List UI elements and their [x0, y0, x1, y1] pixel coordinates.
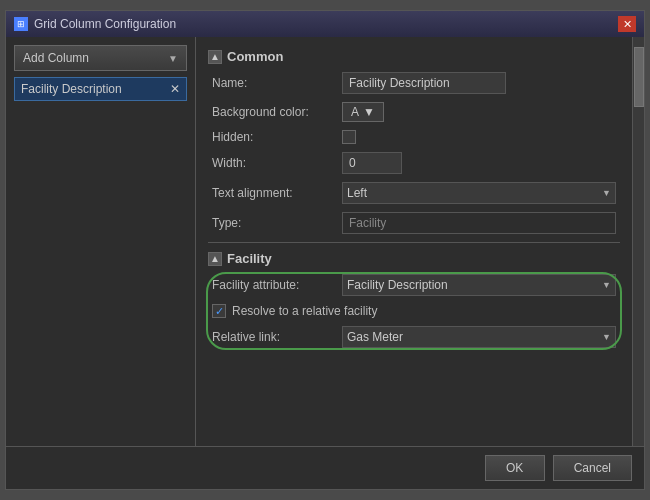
text-align-select[interactable]: Left Center Right [342, 182, 616, 204]
section-divider [208, 242, 620, 243]
type-label: Type: [212, 216, 342, 230]
add-column-label: Add Column [23, 51, 89, 65]
facility-section-header: ▲ Facility [208, 251, 620, 266]
name-label: Name: [212, 76, 342, 90]
facility-section-title: Facility [227, 251, 272, 266]
type-input [342, 212, 616, 234]
bg-color-row: Background color: A ▼ [208, 102, 620, 122]
name-input[interactable] [342, 72, 506, 94]
right-panel: ▲ Common Name: Background color: A [196, 37, 632, 446]
color-dropdown-icon: ▼ [363, 105, 375, 119]
hidden-checkbox[interactable] [342, 130, 356, 144]
resolve-label: Resolve to a relative facility [232, 304, 377, 318]
relative-link-select[interactable]: Gas Meter [342, 326, 616, 348]
hidden-checkbox-container [342, 130, 616, 144]
column-item-name: Facility Description [21, 82, 122, 96]
resolve-row: ✓ Resolve to a relative facility [208, 304, 620, 318]
type-row: Type: [208, 212, 620, 234]
width-row: Width: [208, 152, 620, 174]
dropdown-arrow-icon: ▼ [168, 53, 178, 64]
relative-link-row: Relative link: Gas Meter [208, 326, 620, 348]
left-panel: Add Column ▼ Facility Description ✕ [6, 37, 196, 446]
scrollbar[interactable] [632, 37, 644, 446]
name-row: Name: [208, 72, 620, 94]
bg-color-label: Background color: [212, 105, 342, 119]
close-button[interactable]: ✕ [618, 16, 636, 32]
common-section-header: ▲ Common [208, 49, 620, 64]
bg-color-button[interactable]: A ▼ [342, 102, 384, 122]
type-value-container [342, 212, 616, 234]
resolve-checkbox[interactable]: ✓ [212, 304, 226, 318]
window-body: Add Column ▼ Facility Description ✕ ▲ Co… [6, 37, 644, 446]
facility-attribute-label: Facility attribute: [212, 278, 342, 292]
bg-color-value: A ▼ [342, 102, 616, 122]
text-align-label: Text alignment: [212, 186, 342, 200]
width-input[interactable] [342, 152, 402, 174]
window-title: Grid Column Configuration [34, 17, 612, 31]
column-item-close-button[interactable]: ✕ [170, 82, 180, 96]
common-collapse-button[interactable]: ▲ [208, 50, 222, 64]
checkmark-icon: ✓ [215, 305, 224, 318]
title-bar: ⊞ Grid Column Configuration ✕ [6, 11, 644, 37]
footer: OK Cancel [6, 446, 644, 489]
main-window: ⊞ Grid Column Configuration ✕ Add Column… [5, 10, 645, 490]
common-section-title: Common [227, 49, 283, 64]
name-value-container [342, 72, 616, 94]
color-btn-label: A [351, 105, 359, 119]
window-icon: ⊞ [14, 17, 28, 31]
facility-attribute-row: Facility attribute: Facility Description [208, 274, 620, 296]
hidden-row: Hidden: [208, 130, 620, 144]
width-value-container [342, 152, 616, 174]
relative-link-select-wrapper: Gas Meter [342, 326, 616, 348]
ok-button[interactable]: OK [485, 455, 545, 481]
scrollbar-thumb[interactable] [634, 47, 644, 107]
facility-attribute-select-wrapper: Facility Description [342, 274, 616, 296]
facility-attribute-select[interactable]: Facility Description [342, 274, 616, 296]
cancel-button[interactable]: Cancel [553, 455, 632, 481]
add-column-button[interactable]: Add Column ▼ [14, 45, 187, 71]
text-align-select-wrapper: Left Center Right [342, 182, 616, 204]
relative-link-label: Relative link: [212, 330, 342, 344]
facility-highlighted-area: Facility attribute: Facility Description… [208, 274, 620, 348]
column-item[interactable]: Facility Description ✕ [14, 77, 187, 101]
facility-collapse-button[interactable]: ▲ [208, 252, 222, 266]
text-align-row: Text alignment: Left Center Right [208, 182, 620, 204]
hidden-label: Hidden: [212, 130, 342, 144]
right-panel-container: ▲ Common Name: Background color: A [196, 37, 644, 446]
width-label: Width: [212, 156, 342, 170]
